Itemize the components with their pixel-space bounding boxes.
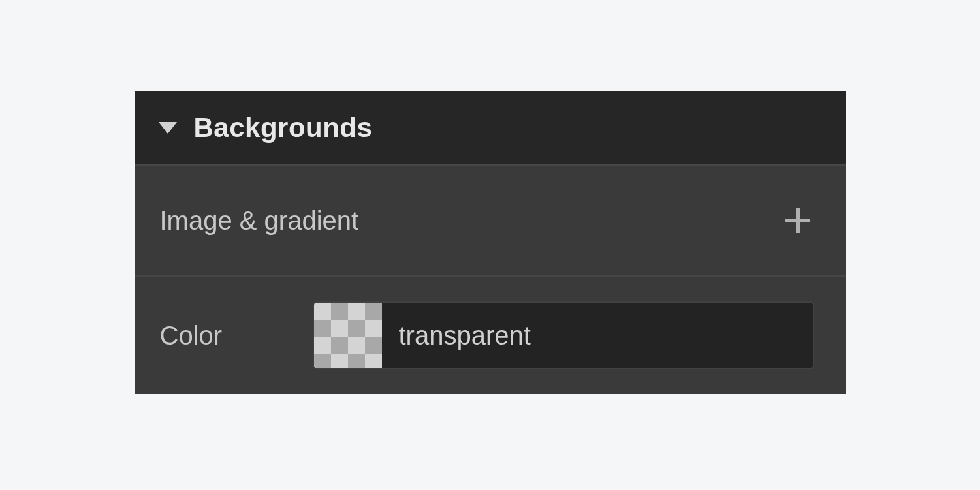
color-swatch[interactable] bbox=[314, 303, 382, 368]
panel-title: Backgrounds bbox=[194, 112, 373, 144]
add-image-gradient-button[interactable] bbox=[782, 204, 814, 237]
color-label: Color bbox=[160, 321, 313, 350]
image-gradient-row: Image & gradient bbox=[135, 166, 846, 277]
color-input[interactable]: transparent bbox=[313, 301, 814, 369]
color-row: Color transparent bbox=[135, 277, 846, 394]
collapse-chevron-icon[interactable] bbox=[159, 122, 177, 134]
color-value-text[interactable]: transparent bbox=[382, 321, 813, 350]
image-gradient-label: Image & gradient bbox=[160, 206, 782, 236]
panel-header[interactable]: Backgrounds bbox=[135, 91, 846, 166]
backgrounds-panel: Backgrounds Image & gradient Color trans… bbox=[135, 91, 846, 394]
